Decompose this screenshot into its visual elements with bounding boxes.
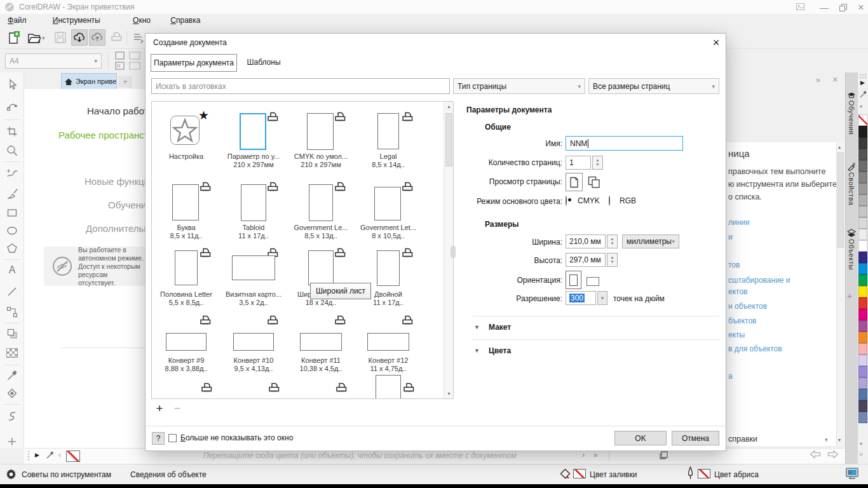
outline-color-swatch[interactable] [698, 469, 710, 478]
chevron-down-icon[interactable]: ▼ [474, 348, 480, 354]
width-stepper[interactable]: ▲▼ [607, 234, 618, 248]
close-window-button[interactable]: × [853, 2, 868, 13]
freehand-tool[interactable] [5, 166, 19, 180]
interactive-fill-tool[interactable] [5, 409, 19, 423]
search-input[interactable]: Искать в заготовках [151, 78, 450, 94]
tab-learning[interactable]: Обучения [845, 89, 857, 137]
fill-color-swatch[interactable] [573, 469, 586, 478]
color-swatch[interactable] [858, 297, 867, 309]
color-swatch[interactable] [858, 137, 867, 149]
menu-file[interactable]: Файл [1, 15, 33, 25]
new-tab-button[interactable]: + [118, 76, 132, 88]
docker-link[interactable]: сштабирование и [728, 276, 790, 285]
color-swatch[interactable] [858, 343, 867, 355]
palette-scroll-down-icon[interactable]: ▾ [860, 441, 862, 447]
docker-link[interactable]: бъектов [728, 316, 756, 325]
color-swatch[interactable] [858, 366, 867, 377]
artistic-media-tool[interactable] [5, 187, 19, 201]
scroll-down-icon[interactable]: ▾ [838, 437, 841, 443]
polygon-tool[interactable] [5, 241, 19, 255]
color-swatch[interactable] [858, 320, 867, 332]
chevron-down-icon[interactable]: ▼ [474, 324, 480, 330]
color-swatch[interactable] [858, 217, 867, 229]
tab-properties[interactable]: Свойства [845, 160, 857, 207]
help-button[interactable]: ? [152, 432, 165, 445]
page-spread-icon[interactable] [128, 51, 141, 71]
dialog-close-button[interactable]: × [709, 35, 724, 50]
color-swatch[interactable] [858, 194, 867, 206]
docker-link[interactable]: а [728, 372, 733, 381]
shape-tool[interactable] [5, 99, 19, 113]
docker-link[interactable]: и [728, 233, 733, 241]
status-object-info[interactable]: Сведения об объекте [130, 470, 207, 479]
eyedropper-tool[interactable] [5, 369, 19, 383]
ellipse-tool[interactable] [5, 224, 19, 238]
status-tool-tips[interactable]: Советы по инструментам [22, 470, 111, 479]
add-docker-button[interactable]: + [847, 291, 852, 301]
height-stepper[interactable]: ▲▼ [607, 253, 618, 267]
color-swatch[interactable] [858, 355, 867, 366]
tab-templates[interactable]: Шаблоны [241, 54, 287, 71]
page-type-filter[interactable]: Тип страницы ▾ [453, 78, 585, 94]
docpal-scroll-right-icon[interactable]: › [582, 451, 585, 459]
color-swatch[interactable] [858, 412, 867, 423]
docker-back-icon[interactable] [810, 450, 821, 459]
crop-tool[interactable] [5, 125, 19, 139]
scroll-down-icon[interactable]: ▾ [444, 389, 454, 398]
docker-link[interactable]: екты [728, 330, 745, 339]
color-swatch[interactable] [858, 309, 867, 320]
rectangle-tool[interactable] [5, 206, 19, 220]
docker-forward-icon[interactable] [827, 450, 839, 459]
cmyk-radio[interactable] [566, 196, 567, 206]
menu-window[interactable]: Окно [126, 15, 157, 25]
color-swatch[interactable] [858, 400, 867, 412]
ok-button[interactable]: OK [614, 431, 667, 445]
preview-icon[interactable] [796, 3, 813, 14]
dont-show-checkbox[interactable] [168, 434, 177, 442]
docpal-flyout-icon[interactable]: ▶ [35, 452, 39, 458]
tab-objects[interactable]: Объекты [845, 226, 857, 272]
color-swatch[interactable] [858, 149, 867, 160]
resolution-caret[interactable]: ▾ [597, 291, 607, 305]
transparency-tool[interactable] [5, 346, 19, 360]
facing-pages-view-button[interactable] [586, 174, 602, 189]
docpal-expand-icon[interactable]: » [593, 451, 598, 459]
color-swatch[interactable] [858, 183, 867, 194]
docker-link[interactable]: тов [728, 261, 740, 269]
color-swatch[interactable] [858, 206, 867, 217]
tab-document-settings[interactable]: Параметры документа [151, 54, 237, 72]
palette-drag-handle[interactable] [860, 74, 866, 78]
portrait-button[interactable] [566, 271, 581, 289]
palette-scroll-up-icon[interactable]: ▴ [860, 103, 862, 109]
color-swatch[interactable] [858, 240, 867, 252]
color-swatch[interactable] [858, 160, 867, 172]
docker-link[interactable]: ектов [728, 287, 747, 296]
color-swatch[interactable] [858, 377, 867, 389]
name-field[interactable]: NNM [566, 136, 683, 151]
minimize-button[interactable]: — [816, 2, 832, 13]
single-page-view-button[interactable] [566, 173, 583, 191]
welcome-link-workspace[interactable]: Рабочее пространство [58, 130, 159, 140]
cancel-button[interactable]: Отмена [672, 431, 719, 445]
color-swatch[interactable] [858, 252, 867, 263]
welcome-link-more[interactable]: Дополнительно [86, 223, 154, 234]
palette-eyedropper-icon[interactable] [859, 90, 867, 98]
drop-shadow-tool[interactable] [5, 327, 19, 341]
connector-tool[interactable] [5, 305, 19, 319]
rgb-radio[interactable] [609, 196, 610, 206]
gear-icon[interactable] [5, 468, 17, 480]
docpal-none-swatch[interactable] [66, 451, 80, 462]
menu-help[interactable]: Справка [164, 15, 207, 25]
welcome-screen-tab[interactable]: Экран приветств... [61, 73, 117, 89]
fill-tool[interactable] [5, 386, 19, 400]
docker-bottom-combo[interactable]: справки [728, 435, 757, 444]
color-swatch[interactable] [858, 274, 867, 286]
cloud-download-button[interactable] [71, 29, 88, 46]
print-button[interactable] [108, 29, 125, 46]
color-swatch[interactable] [858, 172, 867, 183]
open-dropdown-caret[interactable]: ▾ [42, 35, 45, 41]
scroll-up-icon[interactable]: ▴ [838, 144, 841, 150]
pages-stepper[interactable]: ▲▼ [592, 156, 603, 170]
line-tool[interactable] [5, 285, 19, 299]
docker-link[interactable]: линии [728, 218, 750, 227]
